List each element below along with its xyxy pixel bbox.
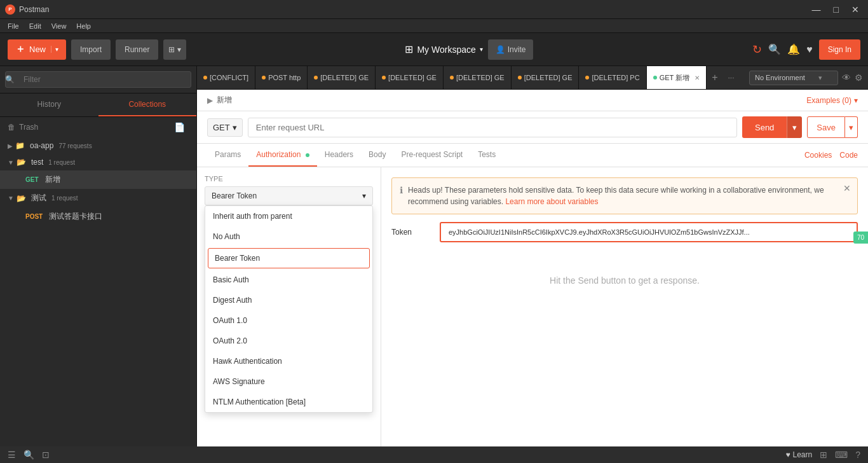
tab-post-http[interactable]: POST http — [255, 66, 308, 89]
heart-icon[interactable]: ♥ — [806, 44, 813, 55]
collection-count: 1 request — [51, 195, 78, 202]
menu-view[interactable]: View — [51, 22, 67, 30]
learn-link[interactable]: ♥ Learn — [785, 450, 812, 459]
close-icon[interactable]: ✕ — [695, 74, 700, 81]
type-select[interactable]: Bearer Token ▾ — [205, 186, 373, 205]
new-collection-button[interactable]: 📄 — [170, 121, 189, 134]
dropdown-item-ntlm[interactable]: NTLM Authentication [Beta] — [205, 392, 372, 412]
tab-deleted-3[interactable]: [DELETED] GE — [444, 66, 512, 89]
dropdown-item-aws[interactable]: AWS Signature — [205, 371, 372, 392]
collection-test-header[interactable]: ▼ 📂 test 1 request — [0, 154, 196, 170]
dropdown-item-inherit[interactable]: Inherit auth from parent — [205, 206, 372, 226]
alert-close-button[interactable]: ✕ — [843, 183, 851, 193]
more-tabs-button[interactable]: ··· — [722, 73, 739, 82]
workspace-grid-icon: ⊞ — [405, 43, 413, 55]
eye-icon[interactable]: 👁 — [842, 73, 851, 83]
tab-body[interactable]: Body — [361, 144, 393, 167]
sidebar-content: 🗑 Trash 📄 ▶ 📁 oa-app 77 requests ▼ 📂 — [0, 117, 196, 446]
minimize-button[interactable]: — — [808, 3, 825, 16]
tab-deleted-1[interactable]: [DELETED] GE — [308, 66, 376, 89]
tab-deleted-2[interactable]: [DELETED] GE — [376, 66, 444, 89]
menu-file[interactable]: File — [8, 22, 19, 30]
keyboard-icon[interactable]: ⌨ — [835, 450, 848, 460]
sidebar-search-area: 🔍 — [0, 66, 196, 93]
add-tab-button[interactable]: + — [707, 72, 722, 83]
search-icon[interactable]: 🔍 — [768, 43, 781, 55]
sidebar-toggle-icon[interactable]: ☰ — [8, 450, 16, 460]
examples-link[interactable]: Examples (0) ▾ — [806, 96, 858, 105]
tab-get-new[interactable]: GET 新增 ✕ — [647, 66, 707, 89]
tab-deleted-4[interactable]: [DELETED] GE — [512, 66, 580, 89]
folder-icon: 📂 — [17, 158, 26, 167]
code-link[interactable]: Code — [839, 151, 858, 160]
collection-oa-app-header[interactable]: ▶ 📁 oa-app 77 requests — [0, 137, 196, 154]
settings-icon[interactable]: ⚙ — [855, 73, 863, 83]
tab-tests[interactable]: Tests — [470, 144, 503, 167]
save-button[interactable]: Save — [807, 116, 845, 138]
trash-item[interactable]: 🗑 Trash 📄 — [0, 117, 196, 137]
dropdown-item-digest[interactable]: Digest Auth — [205, 290, 372, 310]
collection-oa-app: ▶ 📁 oa-app 77 requests — [0, 137, 196, 154]
menu-bar: File Edit View Help — [0, 19, 868, 33]
signin-button[interactable]: Sign In — [819, 39, 860, 60]
env-dropdown[interactable]: No Environment ▾ — [749, 71, 838, 85]
workspace-button[interactable]: ⊞ My Workspace ▾ — [405, 43, 482, 55]
bottom-bar: ☰ 🔍 ⊡ ♥ Learn ⊞ ⌨ ? — [0, 446, 868, 463]
learn-label: Learn — [793, 450, 813, 459]
tab-conflict[interactable]: [CONFLICT] — [197, 66, 255, 89]
dropdown-item-hawk[interactable]: Hawk Authentication — [205, 351, 372, 371]
request-item-post-test[interactable]: POST 测试答题卡接口 — [0, 207, 196, 226]
send-caret-button[interactable]: ▾ — [787, 116, 802, 138]
method-badge: GET — [23, 176, 41, 184]
proxy-button[interactable]: ⊞ ▾ — [163, 39, 186, 60]
maximize-button[interactable]: □ — [830, 3, 843, 16]
save-caret-button[interactable]: ▾ — [845, 116, 858, 138]
url-input[interactable] — [248, 118, 737, 137]
title-bar: P Postman — □ ✕ — [0, 0, 868, 19]
request-item-get-new[interactable]: GET 新增 — [0, 170, 196, 189]
tab-authorization[interactable]: Authorization — [248, 144, 316, 167]
collection-test-cn-header[interactable]: ▼ 📂 测试 1 request — [0, 189, 196, 207]
auth-left-panel: TYPE Bearer Token ▾ Inherit auth from pa… — [197, 167, 381, 446]
tab-dot — [450, 76, 454, 79]
tab-dot — [382, 76, 386, 79]
tab-dot — [518, 76, 522, 79]
heart-bottom-icon: ♥ — [785, 450, 790, 459]
tab-pre-request[interactable]: Pre-request Script — [393, 144, 470, 167]
menu-edit[interactable]: Edit — [29, 22, 41, 30]
send-button[interactable]: Send — [742, 116, 787, 138]
new-button[interactable]: ＋ New ▾ — [8, 39, 66, 60]
dropdown-item-oauth2[interactable]: OAuth 2.0 — [205, 331, 372, 351]
dropdown-item-no-auth[interactable]: No Auth — [205, 226, 372, 247]
token-input[interactable] — [440, 222, 858, 242]
close-button[interactable]: ✕ — [848, 3, 863, 16]
dropdown-item-oauth1[interactable]: OAuth 1.0 — [205, 310, 372, 331]
tab-dot — [203, 76, 207, 79]
method-select[interactable]: GET ▾ — [207, 118, 243, 137]
tab-params[interactable]: Params — [207, 144, 248, 167]
layout-icon[interactable]: ⊞ — [820, 450, 827, 460]
floating-badge[interactable]: 70 — [853, 232, 868, 244]
help-icon[interactable]: ? — [855, 450, 860, 460]
new-caret-icon[interactable]: ▾ — [51, 46, 58, 53]
menu-help[interactable]: Help — [76, 22, 91, 30]
dropdown-item-bearer[interactable]: Bearer Token — [208, 248, 370, 268]
tabs-env-row: [CONFLICT] POST http [DELETED] GE [DELET… — [197, 66, 868, 90]
new-label: New — [29, 45, 46, 54]
import-button[interactable]: Import — [71, 39, 111, 60]
learn-variables-link[interactable]: Learn more about variables — [505, 197, 598, 206]
tab-headers[interactable]: Headers — [317, 144, 361, 167]
dropdown-item-basic[interactable]: Basic Auth — [205, 270, 372, 290]
notification-icon[interactable]: 🔔 — [787, 43, 800, 55]
tab-deleted-5[interactable]: [DELETED] PC — [579, 66, 646, 89]
search-bottom-icon[interactable]: 🔍 — [24, 450, 34, 460]
console-icon[interactable]: ⊡ — [42, 450, 50, 460]
sync-icon[interactable]: ↻ — [752, 43, 762, 57]
invite-button[interactable]: 👤 Invite — [488, 39, 534, 60]
runner-button[interactable]: Runner — [116, 39, 158, 60]
tab-history[interactable]: History — [0, 93, 98, 116]
tab-collections[interactable]: Collections — [98, 93, 197, 116]
content-area: [CONFLICT] POST http [DELETED] GE [DELET… — [197, 66, 868, 446]
search-input[interactable] — [5, 71, 191, 88]
cookies-link[interactable]: Cookies — [804, 151, 832, 160]
